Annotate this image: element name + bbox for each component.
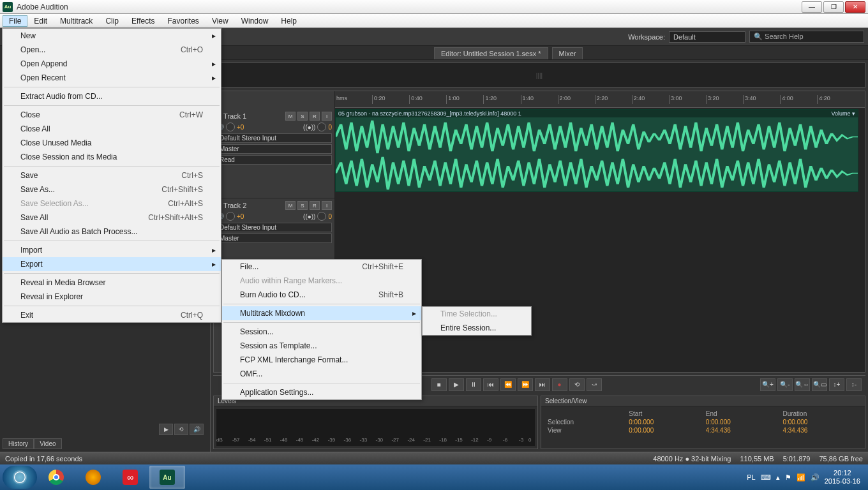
clip-volume-label[interactable]: Volume ▾: [831, 110, 855, 117]
menu-item[interactable]: Open...Ctrl+O: [3, 43, 221, 57]
solo-button[interactable]: S: [297, 201, 308, 210]
tab-editor[interactable]: Editor: Untitled Session 1.sesx *: [434, 47, 548, 59]
track-name[interactable]: Track 2: [223, 202, 283, 209]
taskbar-cc[interactable]: ∞: [112, 466, 148, 489]
sel-dur[interactable]: 0:00.000: [782, 419, 858, 426]
menu-item[interactable]: CloseCtrl+W: [3, 108, 221, 122]
view-start[interactable]: 0:00.000: [629, 427, 705, 434]
menu-item[interactable]: FCP XML Interchange Format...: [222, 353, 421, 367]
menu-item[interactable]: File...Ctrl+Shift+E: [222, 260, 421, 274]
zoom-out-button[interactable]: 🔍-: [777, 378, 793, 391]
taskbar-chrome[interactable]: [38, 466, 74, 489]
tray-keyboard-icon[interactable]: ⌨: [761, 473, 771, 482]
tray-flag-icon[interactable]: ⚑: [785, 473, 791, 482]
close-button[interactable]: ✕: [845, 1, 865, 13]
menu-item[interactable]: Save AllCtrl+Shift+Alt+S: [3, 211, 221, 225]
tray-lang[interactable]: PL: [747, 473, 755, 481]
monitor-button[interactable]: I: [322, 201, 332, 210]
menu-item[interactable]: Export▸: [3, 257, 221, 271]
skip-button[interactable]: ⤻: [587, 378, 602, 391]
sel-end[interactable]: 0:00.000: [706, 419, 782, 426]
tray-network-icon[interactable]: 📶: [797, 473, 805, 482]
track-output-select[interactable]: Master: [216, 144, 332, 154]
menu-effects[interactable]: Effects: [125, 15, 161, 27]
tray-clock[interactable]: 20:12 2015-03-16: [825, 469, 860, 486]
pause-button[interactable]: ⏸: [466, 378, 481, 391]
selection-view-tab[interactable]: Selection/View: [541, 396, 865, 406]
loop-button[interactable]: ⟲: [569, 378, 585, 391]
tab-video[interactable]: Video: [34, 438, 61, 449]
menu-item[interactable]: Burn Audio to CD...Shift+B: [222, 288, 421, 302]
sel-start[interactable]: 0:00.000: [629, 419, 705, 426]
forward-button[interactable]: ⏩: [518, 378, 533, 391]
tray-volume-icon[interactable]: 🔊: [811, 473, 819, 482]
mini-loop-button[interactable]: ⟲: [174, 424, 188, 435]
taskbar-aimp[interactable]: [75, 466, 111, 489]
menu-item[interactable]: Extract Audio from CD...: [3, 89, 221, 103]
time-ruler[interactable]: hms 0:20 0:40 1:00 1:20 1:40 2:00 2:20 2…: [335, 91, 865, 108]
pan-knob[interactable]: [317, 212, 326, 221]
mini-play-button[interactable]: ▶: [159, 424, 173, 435]
menu-item[interactable]: Multitrack Mixdown▸: [222, 306, 421, 320]
record-button[interactable]: R: [310, 201, 320, 210]
menu-file[interactable]: File: [3, 15, 27, 27]
menu-item[interactable]: Close Session and its Media: [3, 150, 221, 164]
volume-knob[interactable]: [226, 122, 235, 131]
monitor-button[interactable]: I: [322, 112, 332, 121]
stop-button[interactable]: ■: [431, 378, 447, 391]
menu-item[interactable]: Close All: [3, 122, 221, 136]
menu-item[interactable]: OMF...: [222, 367, 421, 381]
menu-favorites[interactable]: Favorites: [161, 15, 206, 27]
menu-item[interactable]: Reveal in Explorer: [3, 290, 221, 304]
taskbar-audition[interactable]: Au: [149, 466, 185, 489]
tab-history[interactable]: History: [3, 438, 34, 449]
mute-button[interactable]: M: [285, 112, 296, 121]
maximize-button[interactable]: ❐: [823, 1, 844, 13]
menu-item[interactable]: Close Unused Media: [3, 136, 221, 150]
zoom-sel-button[interactable]: 🔍▭: [812, 378, 827, 391]
workspace-select[interactable]: Default: [669, 31, 745, 43]
zoom-out-v-button[interactable]: ↕-: [846, 378, 862, 391]
track-input-select[interactable]: Default Stereo Input: [216, 223, 332, 232]
record-button[interactable]: ●: [552, 378, 567, 391]
go-start-button[interactable]: ⏮: [483, 378, 498, 391]
zoom-in-button[interactable]: 🔍+: [760, 378, 775, 391]
go-end-button[interactable]: ⏭: [535, 378, 550, 391]
menu-view[interactable]: View: [206, 15, 235, 27]
mute-button[interactable]: M: [285, 201, 296, 210]
track-automation-select[interactable]: Read: [216, 155, 332, 165]
menu-item[interactable]: ExitCtrl+Q: [3, 308, 221, 322]
play-button[interactable]: ▶: [449, 378, 464, 391]
menu-item[interactable]: SaveCtrl+S: [3, 168, 221, 182]
menu-item[interactable]: Reveal in Media Browser: [3, 276, 221, 290]
view-dur[interactable]: 4:34.436: [782, 427, 858, 434]
menu-item[interactable]: Session...: [222, 325, 421, 339]
menu-item[interactable]: Open Recent▸: [3, 71, 221, 85]
menu-item[interactable]: New▸: [3, 29, 221, 43]
view-end[interactable]: 4:34.436: [706, 427, 782, 434]
menu-item[interactable]: Save All Audio as Batch Process...: [3, 225, 221, 239]
minimize-button[interactable]: —: [802, 1, 822, 13]
track-input-select[interactable]: Default Stereo Input: [216, 133, 332, 143]
menu-window[interactable]: Window: [235, 15, 275, 27]
pan-knob[interactable]: [317, 122, 326, 131]
search-input[interactable]: 🔍 Search Help: [749, 31, 864, 43]
volume-knob[interactable]: [226, 212, 235, 221]
menu-edit[interactable]: Edit: [27, 15, 54, 27]
track-output-select[interactable]: Master: [216, 234, 332, 243]
record-button[interactable]: R: [310, 112, 320, 121]
menu-item[interactable]: Entire Session...: [423, 321, 531, 335]
menu-clip[interactable]: Clip: [99, 15, 125, 27]
menu-multitrack[interactable]: Multitrack: [54, 15, 99, 27]
rewind-button[interactable]: ⏪: [500, 378, 516, 391]
menu-item[interactable]: Open Append▸: [3, 57, 221, 71]
overview-strip[interactable]: ||||: [213, 63, 865, 88]
zoom-in-v-button[interactable]: ↕+: [829, 378, 844, 391]
mini-auto-button[interactable]: 🔊: [190, 424, 204, 435]
menu-item[interactable]: Save As...Ctrl+Shift+S: [3, 182, 221, 197]
start-button[interactable]: [3, 466, 37, 489]
menu-help[interactable]: Help: [274, 15, 303, 27]
menu-item[interactable]: Session as Template...: [222, 339, 421, 353]
solo-button[interactable]: S: [297, 112, 308, 121]
track-name[interactable]: Track 1: [223, 112, 283, 120]
